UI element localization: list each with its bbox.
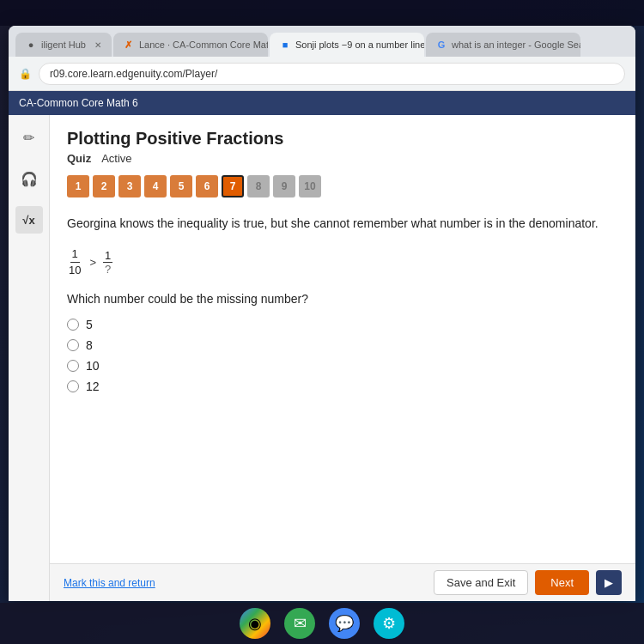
url-text: r09.core.learn.edgenuity.com/Player/: [50, 68, 217, 80]
save-exit-button[interactable]: Save and Exit: [434, 570, 528, 595]
lesson-title: Plotting Positive Fractions: [67, 129, 618, 149]
tab-label-4: what is an integer - Google Sear...: [452, 39, 580, 50]
taskbar-settings[interactable]: ⚙: [374, 608, 404, 639]
right-denominator: ?: [103, 263, 112, 276]
course-title: CA-Common Core Math 6: [19, 97, 138, 109]
tab-sonji[interactable]: ■ Sonji plots −9 on a number line ✕: [270, 33, 424, 57]
tab-favicon-1: ●: [26, 39, 36, 50]
taskbar: ◉ ✉ 💬 ⚙: [0, 603, 644, 644]
option-label-8: 8: [86, 338, 93, 352]
quiz-label: Quiz: [67, 152, 91, 165]
quiz-footer: Mark this and return Save and Exit Next …: [50, 563, 635, 601]
question-text: Georgina knows the inequality is true, b…: [67, 215, 618, 233]
q-num-8: 8: [247, 175, 270, 197]
lock-icon: 🔒: [19, 68, 32, 80]
right-numerator: 1: [103, 249, 112, 263]
mark-return-link[interactable]: Mark this and return: [64, 577, 155, 589]
main-content: ✏ 🎧 √x Plotting Positive Fractions Quiz …: [9, 115, 635, 601]
taskbar-chat[interactable]: 💬: [329, 608, 360, 639]
left-numerator: 1: [70, 246, 80, 263]
fraction-display: 1 10 > 1 ?: [67, 246, 618, 278]
url-input[interactable]: r09.core.learn.edgenuity.com/Player/: [39, 63, 625, 85]
tab-lance[interactable]: ✗ Lance · CA-Common Core Math ✕: [113, 33, 268, 57]
taskbar-mail[interactable]: ✉: [284, 608, 315, 639]
option-label-12: 12: [86, 380, 100, 393]
address-bar: 🔒 r09.core.learn.edgenuity.com/Player/: [9, 57, 635, 91]
calculator-tool[interactable]: √x: [15, 206, 43, 234]
tab-favicon-3: ■: [280, 39, 290, 50]
app-header: CA-Common Core Math 6: [9, 91, 635, 115]
radio-10[interactable]: [67, 360, 79, 372]
desktop: ● iligent Hub ✕ ✗ Lance · CA-Common Core…: [0, 0, 644, 644]
question-body: Georgina knows the inequality is true, b…: [50, 215, 635, 563]
question-numbers: 1 2 3 4 5 6 7 8 9 10: [67, 175, 618, 197]
left-fraction: 1 10: [67, 246, 82, 278]
option-label-10: 10: [86, 359, 100, 373]
q-num-4[interactable]: 4: [144, 175, 167, 197]
q-num-9: 9: [273, 175, 295, 197]
option-8[interactable]: 8: [67, 338, 618, 352]
tab-label-2: Lance · CA-Common Core Math: [139, 39, 268, 50]
q-num-10: 10: [299, 175, 321, 197]
q-num-1[interactable]: 1: [67, 175, 89, 197]
pencil-tool[interactable]: ✏: [15, 124, 43, 151]
taskbar-chrome[interactable]: ◉: [240, 608, 270, 639]
tab-label-1: iligent Hub: [41, 39, 86, 50]
next-button[interactable]: Next: [535, 570, 589, 595]
q-num-6[interactable]: 6: [196, 175, 218, 197]
answer-options: 5 8 10 12: [67, 318, 618, 393]
option-12[interactable]: 12: [67, 380, 618, 393]
quiz-meta: Quiz Active: [67, 152, 618, 165]
quiz-header: Plotting Positive Fractions Quiz Active …: [50, 115, 635, 215]
left-denominator: 10: [67, 263, 82, 278]
top-bar: [0, 0, 644, 26]
tab-bar: ● iligent Hub ✕ ✗ Lance · CA-Common Core…: [9, 26, 635, 57]
option-10[interactable]: 10: [67, 359, 618, 373]
tab-favicon-2: ✗: [124, 39, 134, 50]
which-number-text: Which number could be the missing number…: [67, 292, 618, 306]
radio-8[interactable]: [67, 339, 79, 351]
q-num-2[interactable]: 2: [93, 175, 115, 197]
tab-google[interactable]: G what is an integer - Google Sear... ✕: [426, 33, 580, 57]
tab-iligent-hub[interactable]: ● iligent Hub ✕: [15, 33, 112, 57]
q-num-5[interactable]: 5: [170, 175, 192, 197]
option-label-5: 5: [86, 318, 93, 331]
audio-tool[interactable]: 🎧: [15, 165, 43, 192]
arrow-button[interactable]: ▶: [596, 570, 622, 595]
q-num-3[interactable]: 3: [118, 175, 141, 197]
option-5[interactable]: 5: [67, 318, 618, 331]
tab-close-1[interactable]: ✕: [94, 40, 101, 50]
inequality-operator: >: [89, 256, 96, 269]
right-fraction: 1 ?: [103, 249, 112, 276]
tab-label-3: Sonji plots −9 on a number line: [295, 39, 424, 50]
browser-window: ● iligent Hub ✕ ✗ Lance · CA-Common Core…: [9, 26, 635, 601]
footer-buttons: Save and Exit Next ▶: [434, 570, 622, 595]
left-sidebar: ✏ 🎧 √x: [9, 115, 50, 601]
tab-favicon-4: G: [436, 39, 447, 50]
radio-12[interactable]: [67, 380, 79, 392]
quiz-status: Active: [101, 152, 131, 165]
q-num-7[interactable]: 7: [222, 175, 244, 197]
radio-5[interactable]: [67, 319, 79, 331]
quiz-area: Plotting Positive Fractions Quiz Active …: [50, 115, 635, 601]
